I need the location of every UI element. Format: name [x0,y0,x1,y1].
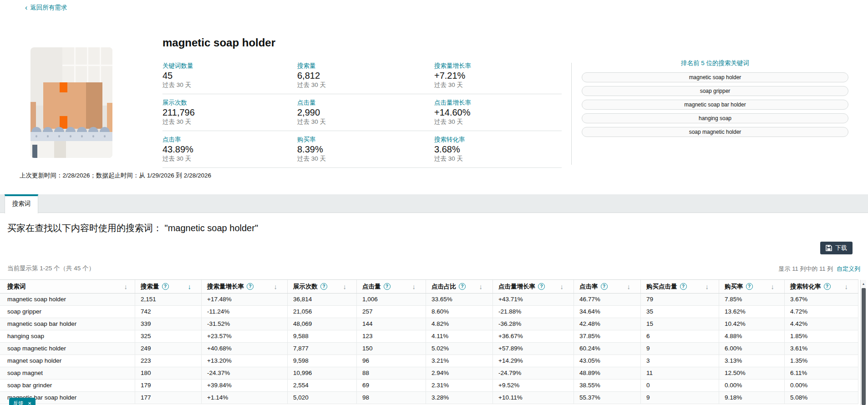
sort-arrow-icon[interactable]: ↓ [479,283,483,290]
column-header[interactable]: 搜索量增长率?↓ [202,280,288,293]
metric-value: 3.68% [434,144,562,155]
download-button[interactable]: 下载 [820,242,853,254]
top-keyword-pill[interactable]: hanging soap [582,113,848,123]
value-cell: 43.05% [574,355,641,367]
value-cell: 3.13% [719,355,785,367]
top-keyword-pill[interactable]: magnetic soap holder [582,72,848,82]
table-scrollbar[interactable]: ▲ [860,280,866,405]
metric-caption: 过去 30 天 [297,81,434,89]
scroll-up-button[interactable]: ▲ [861,280,866,287]
value-cell: 79 [641,294,719,305]
help-icon[interactable]: ? [601,283,608,290]
help-icon[interactable]: ? [320,283,327,290]
scrollbar-thumb[interactable] [862,288,866,405]
column-header[interactable]: 点击量?↓ [357,280,426,293]
sort-arrow-icon[interactable]: ↓ [124,283,128,290]
value-cell: 339 [135,318,202,330]
value-cell: 5.08% [785,392,858,404]
sort-arrow-icon[interactable]: ↓ [343,283,347,290]
feedback-label: 反馈 [13,400,23,405]
metric-row: 展示次数211,796过去 30 天点击量2,990过去 30 天点击量增长率+… [162,94,562,131]
column-header[interactable]: 购买率?↓ [719,280,785,293]
help-icon[interactable]: ? [384,283,391,290]
metric-card: 点击量2,990过去 30 天 [297,99,434,126]
sort-arrow-icon[interactable]: ↓ [412,283,416,290]
value-cell: -24.37% [202,367,288,379]
illustration-bolt [92,135,94,137]
metric-label: 购买率 [297,136,434,144]
illustration-conveyor-belt [30,132,112,141]
metric-value: 6,812 [297,70,434,81]
table-row: soap gripper742-11.24%21,0562578.60%-21.… [0,306,858,318]
search-term-cell: soap magnet [0,367,135,379]
value-cell: 5.02% [426,343,493,354]
column-header-label: 搜索量增长率 [207,283,244,291]
product-illustration [30,47,112,158]
value-cell: 37.85% [574,330,641,342]
value-cell: 6 [641,330,719,342]
value-cell: 742 [135,306,202,318]
metric-label: 搜索量 [297,62,434,70]
value-cell: 48.89% [574,367,641,379]
value-cell: 9 [641,343,719,354]
help-icon[interactable]: ? [746,283,753,290]
illustration-pillar [54,141,66,158]
tab-search-terms[interactable]: 搜索词 [5,194,38,213]
illustration-conveyor-leg [32,145,37,158]
sort-arrow-icon[interactable]: ↓ [627,283,631,290]
column-header[interactable]: 购买点击量?↓ [641,280,719,293]
value-cell: 325 [135,330,202,342]
help-icon[interactable]: ? [824,283,831,290]
column-header-label: 点击量 [362,283,381,291]
value-cell: 3.61% [785,343,858,354]
column-header-label: 搜索量 [141,283,159,291]
metric-label: 展示次数 [162,99,297,107]
last-updated-text: 上次更新时间：2/28/2026；数据起止时间：从 1/29/2026 到 2/… [20,172,211,180]
column-header-label: 搜索转化率 [790,283,821,291]
help-icon[interactable]: ? [538,283,545,290]
help-icon[interactable]: ? [459,283,466,290]
value-cell: 9.18% [719,392,785,404]
sort-arrow-icon[interactable]: ↓ [845,283,848,290]
value-cell: 98 [357,392,426,404]
sort-arrow-icon[interactable]: ↓ [188,283,192,290]
metric-label: 点击量 [297,99,434,107]
sort-arrow-icon[interactable]: ↓ [771,283,775,290]
top-keyword-pill[interactable]: soap magnetic holder [582,127,848,137]
sort-arrow-icon[interactable]: ↓ [560,283,564,290]
close-icon[interactable]: ✕ [28,401,31,405]
top-keyword-pill[interactable]: soap gripper [582,86,848,96]
column-header[interactable]: 搜索词↓ [0,280,135,293]
sort-arrow-icon[interactable]: ↓ [706,283,709,290]
value-cell: 13.62% [719,306,785,318]
sort-arrow-icon[interactable]: ↓ [274,283,278,290]
back-link[interactable]: ‹ 返回所有需求 [25,4,67,12]
customize-columns-link[interactable]: 自定义列 [837,265,860,273]
illustration-tape [60,82,67,92]
column-header[interactable]: 搜索量?↓ [135,280,202,293]
search-term-cell: soap bar grinder [0,380,135,391]
feedback-button[interactable]: 反馈 ✕ [9,398,36,405]
column-header[interactable]: 搜索转化率?↓ [785,280,858,293]
metric-label: 点击率 [162,136,297,144]
save-icon [826,245,832,251]
metric-card: 搜索转化率3.68%过去 30 天 [434,136,562,163]
column-header[interactable]: 展示次数?↓ [288,280,357,293]
help-icon[interactable]: ? [680,283,687,290]
metric-card: 展示次数211,796过去 30 天 [162,99,297,126]
metric-caption: 过去 30 天 [297,155,434,163]
illustration-bolt [47,135,49,137]
help-icon[interactable]: ? [247,283,254,290]
metric-card: 购买率8.39%过去 30 天 [297,136,434,163]
column-header[interactable]: 点击量增长率?↓ [493,280,574,293]
table-row: hanging soap325+23.57%9,5881234.11%+36.6… [0,330,858,343]
columns-info: 显示 11 列中的 11 列 自定义列 [779,265,860,273]
metric-row: 关键词数量45过去 30 天搜索量6,812过去 30 天搜索量增长率+7.21… [162,57,562,94]
top-keywords-title: 排名前 5 位的搜索关键词 [582,59,848,67]
help-icon[interactable]: ? [162,283,169,290]
value-cell: 2,151 [135,294,202,305]
top-keyword-pill[interactable]: magnetic soap bar holder [582,100,848,110]
value-cell: 150 [357,343,426,354]
column-header[interactable]: 点击占比?↓ [426,280,493,293]
column-header[interactable]: 点击率?↓ [574,280,641,293]
